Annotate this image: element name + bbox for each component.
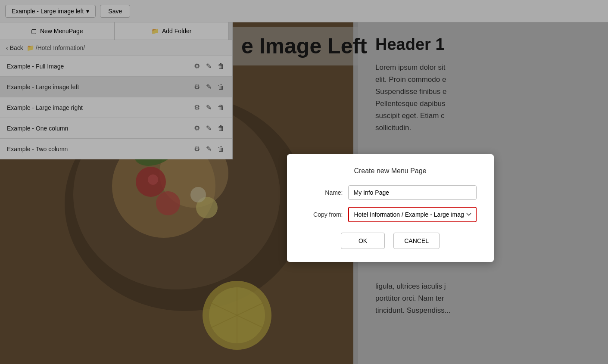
modal-title: Create new Menu Page (304, 167, 477, 175)
modal-overlay: Create new Menu Page Name: Copy from: Ho… (0, 0, 608, 364)
modal-buttons: OK CANCEL (304, 233, 477, 249)
create-menu-page-modal: Create new Menu Page Name: Copy from: Ho… (287, 154, 494, 262)
cancel-button[interactable]: CANCEL (393, 233, 440, 249)
modal-copy-row: Copy from: Hotel Information / Example -… (304, 207, 477, 222)
modal-copy-select[interactable]: Hotel Information / Example - Large imag… (349, 208, 476, 221)
modal-name-label: Name: (304, 189, 343, 196)
ok-button[interactable]: OK (341, 233, 385, 249)
modal-name-input[interactable] (348, 185, 477, 200)
modal-copy-select-wrapper: Hotel Information / Example - Large imag… (348, 207, 477, 222)
modal-copy-label: Copy from: (304, 211, 343, 218)
modal-name-row: Name: (304, 185, 477, 200)
